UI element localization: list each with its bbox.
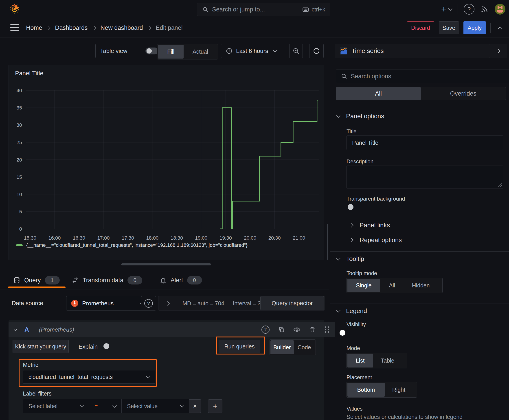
user-avatar[interactable]: [495, 4, 505, 15]
datasource-label: Data source: [12, 300, 43, 307]
apply-button[interactable]: Apply: [463, 21, 486, 34]
select-label-dropdown[interactable]: Select label: [23, 399, 89, 413]
table-view-toggle[interactable]: [145, 48, 159, 54]
query-inspector-button[interactable]: Query inspector: [260, 296, 324, 310]
panel-edit-actions: Discard Save Apply: [407, 21, 505, 34]
svg-text:16:30: 16:30: [73, 235, 85, 241]
placement-bottom[interactable]: Bottom: [347, 383, 385, 397]
tooltip-mode-single[interactable]: Single: [347, 279, 380, 292]
time-range-picker[interactable]: Last 6 hours: [221, 44, 289, 58]
refresh-button[interactable]: [309, 44, 324, 58]
discard-button[interactable]: Discard: [407, 21, 434, 34]
legend-header[interactable]: Legend: [337, 307, 367, 315]
legend-mode-list[interactable]: List: [347, 354, 373, 368]
svg-text:17:00: 17:00: [97, 235, 109, 241]
tooltip-header[interactable]: Tooltip: [337, 255, 364, 262]
select-value-dropdown[interactable]: Select value: [122, 399, 189, 413]
breadcrumb-home[interactable]: Home: [26, 24, 42, 31]
fill-option[interactable]: Fill: [158, 45, 183, 59]
legend-placement-group: Bottom Right: [347, 382, 417, 398]
pane-resize-handle[interactable]: [121, 263, 211, 265]
tab-transform-data[interactable]: Transform data 0: [72, 273, 142, 288]
new-dashboard-menu[interactable]: +: [441, 5, 452, 14]
active-tab-underline: [8, 286, 66, 288]
panel-title[interactable]: Panel Title: [15, 70, 43, 77]
search-options-input[interactable]: Search options: [336, 69, 509, 83]
chevron-down-icon: [448, 7, 452, 11]
svg-text:35: 35: [17, 105, 22, 111]
tab-query[interactable]: Query 1: [14, 273, 60, 288]
run-queries-button[interactable]: Run queries: [219, 340, 260, 353]
save-button[interactable]: Save: [439, 21, 459, 34]
toggle-sidebar-button[interactable]: [489, 44, 507, 58]
panel-links-header[interactable]: Panel links: [350, 222, 390, 229]
drag-query-handle[interactable]: [324, 326, 330, 333]
collapse-query-icon[interactable]: [13, 327, 17, 331]
add-filter-button[interactable]: +: [208, 399, 222, 413]
global-search-input[interactable]: Search or jump to... ctrl+k: [197, 3, 330, 16]
tooltip-mode-all[interactable]: All: [380, 279, 404, 292]
legend-series-label[interactable]: {__name__="cloudflared_tunnel_total_requ…: [26, 242, 248, 248]
operator-dropdown[interactable]: =: [89, 399, 122, 413]
collapse-pane-icon[interactable]: [495, 26, 505, 30]
time-range-label: Last 6 hours: [236, 48, 268, 54]
visualization-picker[interactable]: Time series: [335, 44, 498, 58]
time-range-control: Last 6 hours: [221, 44, 303, 58]
breadcrumb-new-dashboard[interactable]: New dashboard: [100, 24, 143, 31]
legend-swatch[interactable]: [16, 244, 23, 246]
breadcrumb-separator-icon: [147, 26, 151, 30]
expand-options-icon[interactable]: [165, 301, 169, 305]
tab-alert-label: Alert: [171, 277, 183, 284]
breadcrumb-dashboards[interactable]: Dashboards: [55, 24, 88, 31]
legend-mode-table[interactable]: Table: [373, 354, 402, 368]
description-textarea[interactable]: [347, 165, 503, 188]
resize-handle-icon[interactable]: [498, 183, 502, 187]
chevron-down-icon: [113, 403, 116, 407]
query-a-header[interactable]: A (Prometheus) ?: [8, 322, 335, 337]
tab-alert[interactable]: Alert 0: [160, 273, 202, 288]
datasource-name: Prometheus: [82, 300, 137, 307]
time-series-chart[interactable]: 051015202530354015:3016:0016:3017:0017:3…: [9, 86, 324, 243]
divider: [332, 109, 509, 109]
legend-mode-group: List Table: [347, 353, 407, 368]
delete-query-icon[interactable]: [309, 326, 316, 333]
svg-text:20:00: 20:00: [244, 235, 256, 241]
repeat-options-header[interactable]: Repeat options: [350, 236, 402, 244]
tab-all[interactable]: All: [336, 87, 421, 100]
help-icon[interactable]: ?: [464, 4, 474, 15]
tab-overrides[interactable]: Overrides: [421, 87, 506, 100]
datasource-help-button[interactable]: ?: [141, 296, 156, 310]
query-help-icon[interactable]: ?: [261, 326, 270, 334]
tooltip-mode-hidden[interactable]: Hidden: [404, 279, 438, 292]
scrollbar-thumb[interactable]: [327, 224, 328, 260]
builder-option[interactable]: Builder: [270, 340, 294, 354]
keyboard-icon: [302, 6, 309, 13]
actual-option[interactable]: Actual: [183, 45, 217, 59]
topbar-actions: + ?: [441, 0, 505, 18]
time-series-viz-icon: [340, 47, 347, 55]
grafana-logo-icon[interactable]: [8, 3, 21, 15]
label-filter-row: Select label = Select value × +: [23, 399, 222, 413]
panel-title-input[interactable]: Panel Title: [347, 135, 503, 150]
select-label-placeholder: Select label: [29, 403, 81, 409]
chevron-right-icon: [349, 223, 353, 227]
table-view-label: Table view: [100, 48, 127, 54]
placement-right[interactable]: Right: [385, 383, 413, 397]
title-label: Title: [347, 128, 356, 135]
news-rss-icon[interactable]: [480, 5, 489, 14]
remove-filter-button[interactable]: ×: [189, 399, 201, 413]
code-option[interactable]: Code: [294, 340, 315, 354]
datasource-picker[interactable]: Prometheus: [66, 296, 148, 310]
editor-tabs: Query 1 Transform data 0 Alert 0: [0, 273, 329, 289]
metric-select[interactable]: cloudflared_tunnel_total_requests: [23, 370, 155, 384]
toggle-visibility-icon[interactable]: [293, 326, 301, 333]
panel-options-header[interactable]: Panel options: [337, 113, 384, 120]
builder-code-segmented: Builder Code: [270, 339, 316, 355]
kick-start-query-button[interactable]: Kick start your query: [13, 340, 69, 353]
search-shortcut: ctrl+k: [312, 6, 325, 13]
zoom-out-icon[interactable]: [289, 44, 303, 58]
duplicate-query-icon[interactable]: [278, 326, 285, 333]
menu-toggle-icon[interactable]: [10, 24, 19, 31]
values-hint: Select values or calculations to show in…: [347, 414, 463, 420]
chart-panel: Panel Title 051015202530354015:3016:0016…: [8, 65, 324, 260]
